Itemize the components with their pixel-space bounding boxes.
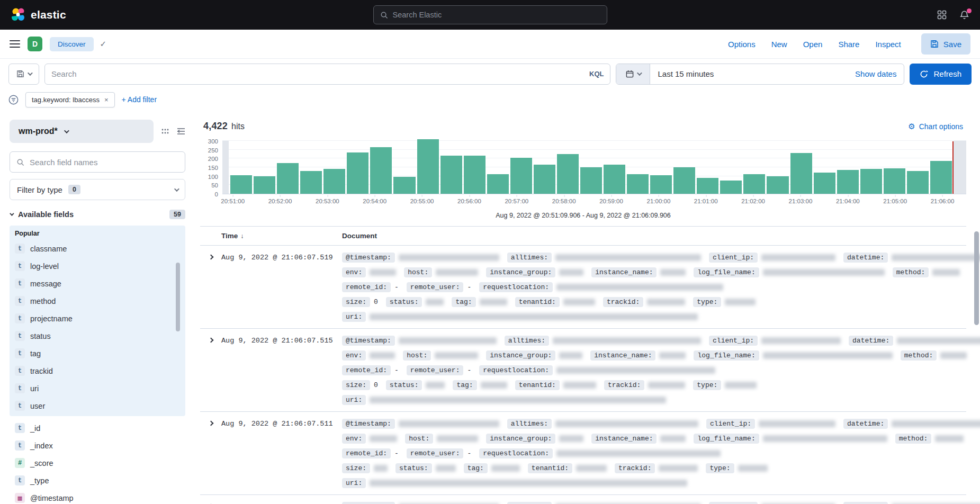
histogram-bar[interactable]: [743, 174, 765, 194]
sidebar-field-_score[interactable]: #_score: [10, 454, 185, 472]
add-filter-link[interactable]: + Add filter: [122, 95, 157, 104]
expand-row-button[interactable]: [200, 253, 221, 322]
sidebar-field-tag[interactable]: ttag: [10, 345, 185, 362]
histogram-bar[interactable]: [860, 169, 882, 194]
histogram-bar[interactable]: [767, 176, 788, 194]
sidebar-field-message[interactable]: tmessage: [10, 275, 185, 292]
redacted-value: [761, 337, 841, 344]
filter-set-icon[interactable]: [8, 95, 19, 105]
doc-field: @timestamp:: [342, 419, 499, 429]
histogram-bar[interactable]: [347, 152, 368, 194]
histogram-bar[interactable]: [230, 175, 252, 194]
toolbar-link-inspect[interactable]: Inspect: [875, 40, 901, 49]
doc-field: method:: [901, 350, 967, 361]
sidebar-field-_type[interactable]: t_type: [10, 472, 185, 489]
histogram-bar[interactable]: [534, 165, 555, 194]
collapse-sidebar-icon[interactable]: [177, 128, 185, 135]
elastic-home-link[interactable]: elastic: [11, 7, 66, 22]
apps-icon[interactable]: [937, 10, 947, 20]
histogram-bar[interactable]: [557, 154, 579, 194]
saved-query-menu-button[interactable]: [8, 64, 39, 85]
histogram-bar[interactable]: [673, 167, 695, 194]
sidebar-field-@timestamp[interactable]: ▦@timestamp: [10, 489, 185, 504]
histogram-bar[interactable]: [393, 177, 415, 194]
histogram-bar[interactable]: [930, 161, 952, 194]
histogram-bar[interactable]: [837, 170, 859, 194]
histogram-bar[interactable]: [697, 178, 718, 194]
field-list-options-icon[interactable]: [161, 128, 169, 135]
remove-filter-icon[interactable]: ×: [104, 96, 109, 104]
histogram-bar[interactable]: [790, 153, 812, 194]
histogram-bar[interactable]: [580, 167, 602, 194]
doc-field: tenantid:: [528, 463, 607, 473]
sidebar-field-classname[interactable]: tclassname: [10, 240, 185, 257]
histogram-bar[interactable]: [254, 176, 275, 194]
sidebar-field-trackid[interactable]: ttrackid: [10, 362, 185, 380]
toolbar-link-new[interactable]: New: [771, 40, 787, 49]
histogram-bar[interactable]: [370, 147, 392, 194]
histogram-bar[interactable]: [300, 171, 322, 194]
string-field-icon: t: [15, 278, 25, 289]
doc-field-name: status:: [386, 380, 422, 390]
histogram-bar[interactable]: [510, 158, 532, 194]
query-input[interactable]: Search KQL: [44, 64, 610, 85]
kql-language-button[interactable]: KQL: [589, 70, 604, 78]
expand-row-button[interactable]: [200, 336, 221, 405]
histogram-bar[interactable]: [464, 156, 485, 194]
sidebar-field-method[interactable]: tmethod: [10, 292, 185, 310]
show-dates-link[interactable]: Show dates: [855, 69, 896, 78]
doc-field: host:: [403, 350, 478, 361]
elastic-discover-app: elastic Search Elastic: [0, 0, 980, 504]
histogram-bar[interactable]: [440, 156, 462, 194]
doc-field-name: datetime:: [843, 253, 888, 263]
date-picker-button[interactable]: [616, 64, 650, 84]
column-header-time[interactable]: Time ↓: [200, 232, 342, 240]
sidebar-field-uri[interactable]: turi: [10, 380, 185, 397]
table-row: Aug 9, 2022 @ 21:06:07.519@timestamp:all…: [200, 246, 966, 329]
filter-by-type-select[interactable]: Filter by type 0: [10, 179, 185, 200]
histogram-bar[interactable]: [814, 173, 835, 194]
chart-options-button[interactable]: ⚙ Chart options: [908, 122, 963, 131]
sidebar-field-_id[interactable]: t_id: [10, 419, 185, 437]
toolbar-link-share[interactable]: Share: [838, 40, 859, 49]
field-name: trackid: [30, 367, 53, 375]
doc-field: uri:: [342, 395, 666, 405]
filter-pill[interactable]: tag.keyword: lbaccess ×: [25, 92, 115, 107]
expand-row-button[interactable]: [200, 502, 221, 504]
notifications-icon[interactable]: [959, 10, 969, 20]
menu-icon[interactable]: [10, 40, 20, 48]
field-name: projectname: [30, 314, 73, 323]
sidebar-field-user[interactable]: tuser: [10, 397, 185, 415]
doc-field-name: remote_user:: [407, 282, 464, 292]
field-search-input[interactable]: Search field names: [10, 151, 185, 173]
doc-field: instance_group:: [486, 434, 583, 444]
histogram-bar[interactable]: [323, 169, 345, 194]
histogram-bar[interactable]: [884, 168, 905, 194]
space-avatar[interactable]: D: [28, 37, 42, 51]
toolbar-link-options[interactable]: Options: [728, 40, 756, 49]
sidebar-field-projectname[interactable]: tprojectname: [10, 310, 185, 327]
histogram-bar[interactable]: [627, 174, 649, 194]
time-range-button[interactable]: Last 15 minutes Show dates: [650, 64, 904, 84]
histogram-bar[interactable]: [650, 175, 672, 194]
sidebar-field-_index[interactable]: t_index: [10, 437, 185, 454]
histogram-bar[interactable]: [417, 139, 439, 194]
histogram-bar[interactable]: [907, 171, 929, 194]
global-search-input[interactable]: Search Elastic: [373, 5, 607, 24]
breadcrumb[interactable]: Discover: [50, 37, 94, 51]
available-fields-header[interactable]: Available fields 59: [10, 210, 185, 219]
histogram-bar[interactable]: [487, 174, 509, 194]
sidebar-field-log-level[interactable]: tlog-level: [10, 257, 185, 275]
histogram-bar[interactable]: [604, 165, 625, 194]
data-view-picker[interactable]: wm-prod*: [10, 120, 154, 143]
save-button[interactable]: Save: [921, 33, 970, 55]
refresh-button[interactable]: Refresh: [910, 64, 972, 85]
sidebar-field-status[interactable]: tstatus: [10, 327, 185, 345]
histogram-bar[interactable]: [277, 163, 299, 194]
toolbar-link-open[interactable]: Open: [803, 40, 823, 49]
sidebar-scrollbar[interactable]: [176, 263, 180, 331]
expand-row-button[interactable]: [200, 419, 221, 488]
table-scrollbar[interactable]: [974, 231, 979, 325]
histogram-bar[interactable]: [720, 181, 742, 194]
saved-state-check-icon[interactable]: ✓: [100, 39, 107, 49]
